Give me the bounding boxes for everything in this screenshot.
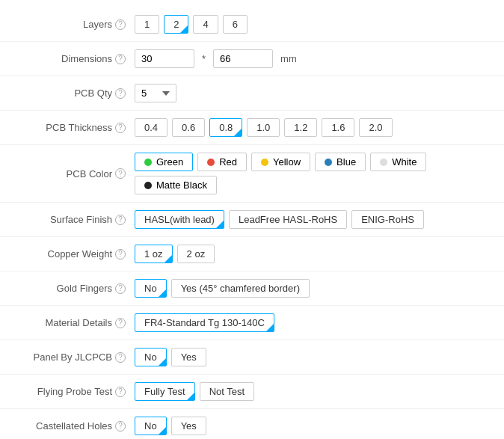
- material-details-option-fr4-standard-tg-130-140c[interactable]: FR4-Standard Tg 130-140C: [135, 313, 274, 332]
- flying-probe-test-option-not-test[interactable]: Not Test: [200, 382, 254, 401]
- layers-controls: 1246: [135, 15, 248, 34]
- gold-fingers-row: Gold Fingers ? NoYes (45° chamfered bord…: [0, 271, 504, 306]
- flying-probe-test-label-text: Flying Probe Test: [37, 386, 112, 397]
- color-dot-red: [207, 159, 215, 166]
- pcb-thickness-option-2.0[interactable]: 2.0: [359, 118, 392, 137]
- color-dot-yellow: [261, 159, 268, 166]
- dimensions-label: Dimensions ?: [15, 53, 135, 64]
- copper-weight-option-1-oz[interactable]: 1 oz: [135, 245, 173, 263]
- pcb-thickness-option-1.6[interactable]: 1.6: [322, 118, 354, 137]
- material-details-row: Material Details ? FR4-Standard Tg 130-1…: [0, 306, 504, 340]
- surface-finish-label-text: Surface Finish: [50, 214, 112, 225]
- pcb-thickness-option-1.0[interactable]: 1.0: [247, 118, 280, 137]
- material-details-label-text: Material Details: [45, 317, 112, 328]
- castellated-holes-controls: NoYes: [135, 417, 206, 435]
- color-dot-blue: [325, 159, 332, 166]
- gold-fingers-option-no[interactable]: No: [135, 279, 167, 298]
- pcb-color-option-green[interactable]: Green: [135, 153, 193, 171]
- layers-option-4[interactable]: 4: [193, 15, 218, 34]
- panel-by-jlcpcb-label: Panel By JLCPCB ?: [15, 351, 135, 363]
- surface-finish-option-enig-rohs[interactable]: ENIG-RoHS: [351, 210, 424, 229]
- copper-weight-label: Copper Weight ?: [15, 248, 135, 260]
- pcb-color-label-text: PCB Color: [67, 168, 112, 179]
- dimensions-help-icon[interactable]: ?: [115, 54, 126, 64]
- pcb-color-option-white[interactable]: White: [370, 153, 426, 171]
- panel-by-jlcpcb-help-icon[interactable]: ?: [115, 352, 126, 363]
- dimensions-row: Dimensions ? * mm: [0, 42, 504, 76]
- pcb-thickness-option-0.8[interactable]: 0.8: [209, 118, 242, 137]
- gold-fingers-label-text: Gold Fingers: [57, 283, 112, 294]
- surface-finish-option-hasl(with-lead)[interactable]: HASL(with lead): [135, 210, 224, 229]
- panel-by-jlcpcb-option-yes[interactable]: Yes: [171, 348, 206, 366]
- castellated-holes-help-icon[interactable]: ?: [115, 421, 126, 432]
- dimensions-unit: mm: [280, 53, 297, 64]
- material-details-label: Material Details ?: [15, 317, 135, 328]
- surface-finish-option-leadfree-hasl-rohs[interactable]: LeadFree HASL-RoHS: [229, 210, 347, 229]
- color-label-matte-black: Matte Black: [156, 179, 207, 191]
- pcb-thickness-option-0.6[interactable]: 0.6: [172, 118, 205, 137]
- flying-probe-test-help-icon[interactable]: ?: [115, 387, 126, 397]
- pcb-color-option-matte-black[interactable]: Matte Black: [135, 176, 217, 194]
- pcb-color-controls: GreenRedYellowBlueWhiteMatte Black: [135, 153, 489, 194]
- pcb-qty-label: PCB Qty ?: [15, 88, 135, 99]
- flying-probe-test-label: Flying Probe Test ?: [15, 386, 135, 397]
- dimensions-height-input[interactable]: [213, 49, 273, 68]
- castellated-holes-option-yes[interactable]: Yes: [171, 417, 206, 435]
- color-dot-matte-black: [144, 182, 152, 189]
- color-label-red: Red: [219, 156, 237, 168]
- pcb-color-row: PCB Color ? GreenRedYellowBlueWhiteMatte…: [0, 145, 504, 203]
- copper-weight-option-2-oz[interactable]: 2 oz: [177, 245, 215, 263]
- flying-probe-test-option-fully-test[interactable]: Fully Test: [135, 382, 195, 401]
- panel-by-jlcpcb-row: Panel By JLCPCB ? NoYes: [0, 340, 504, 375]
- castellated-holes-label: Castellated Holes ?: [15, 420, 135, 432]
- pcb-color-option-blue[interactable]: Blue: [315, 153, 366, 171]
- pcb-thickness-label: PCB Thickness ?: [15, 122, 135, 133]
- castellated-holes-label-text: Castellated Holes: [36, 420, 112, 432]
- copper-weight-controls: 1 oz2 oz: [135, 245, 215, 263]
- pcb-color-label: PCB Color ?: [15, 168, 135, 179]
- panel-by-jlcpcb-option-no[interactable]: No: [135, 348, 167, 366]
- pcb-thickness-controls: 0.40.60.81.01.21.62.0: [135, 118, 393, 137]
- color-label-yellow: Yellow: [273, 156, 301, 168]
- surface-finish-controls: HASL(with lead)LeadFree HASL-RoHSENIG-Ro…: [135, 210, 424, 229]
- gold-fingers-controls: NoYes (45° chamfered border): [135, 279, 310, 298]
- color-label-white: White: [392, 156, 417, 168]
- multiply-sign: *: [202, 53, 206, 64]
- panel-by-jlcpcb-controls: NoYes: [135, 348, 206, 366]
- layers-option-1[interactable]: 1: [135, 15, 159, 34]
- pcb-color-option-yellow[interactable]: Yellow: [251, 153, 310, 171]
- panel-by-jlcpcb-label-text: Panel By JLCPCB: [34, 351, 113, 363]
- pcb-thickness-option-0.4[interactable]: 0.4: [135, 118, 168, 137]
- dimensions-label-text: Dimensions: [61, 53, 112, 64]
- castellated-holes-option-no[interactable]: No: [135, 417, 167, 435]
- copper-weight-help-icon[interactable]: ?: [115, 249, 126, 260]
- pcb-thickness-label-text: PCB Thickness: [46, 122, 112, 133]
- copper-weight-label-text: Copper Weight: [48, 248, 112, 260]
- copper-weight-row: Copper Weight ? 1 oz2 oz: [0, 237, 504, 271]
- layers-help-icon[interactable]: ?: [115, 19, 126, 30]
- surface-finish-label: Surface Finish ?: [15, 214, 135, 225]
- layers-label-text: Layers: [83, 19, 112, 30]
- material-details-help-icon[interactable]: ?: [115, 318, 126, 328]
- surface-finish-row: Surface Finish ? HASL(with lead)LeadFree…: [0, 203, 504, 237]
- color-label-blue: Blue: [336, 156, 356, 168]
- layers-row: Layers ? 1246: [0, 7, 504, 42]
- layers-option-6[interactable]: 6: [223, 15, 248, 34]
- material-details-controls: FR4-Standard Tg 130-140C: [135, 313, 274, 332]
- pcb-qty-controls: 510152025305075100: [135, 84, 176, 102]
- pcb-color-option-red[interactable]: Red: [197, 153, 247, 171]
- surface-finish-help-icon[interactable]: ?: [115, 215, 126, 225]
- pcb-qty-select[interactable]: 510152025305075100: [135, 84, 176, 102]
- pcb-thickness-help-icon[interactable]: ?: [115, 123, 126, 133]
- gold-fingers-help-icon[interactable]: ?: [115, 283, 126, 294]
- gold-fingers-option-yes-(45°-chamfered-border)[interactable]: Yes (45° chamfered border): [171, 279, 310, 298]
- pcb-thickness-option-1.2[interactable]: 1.2: [284, 118, 317, 137]
- color-dot-green: [144, 159, 152, 166]
- castellated-holes-row: Castellated Holes ? NoYes: [0, 409, 504, 439]
- pcb-thickness-row: PCB Thickness ? 0.40.60.81.01.21.62.0: [0, 111, 504, 145]
- layers-option-2[interactable]: 2: [164, 15, 188, 34]
- pcb-color-help-icon[interactable]: ?: [115, 168, 126, 179]
- pcb-qty-help-icon[interactable]: ?: [115, 88, 126, 99]
- color-dot-white: [380, 159, 387, 166]
- dimensions-width-input[interactable]: [135, 49, 194, 68]
